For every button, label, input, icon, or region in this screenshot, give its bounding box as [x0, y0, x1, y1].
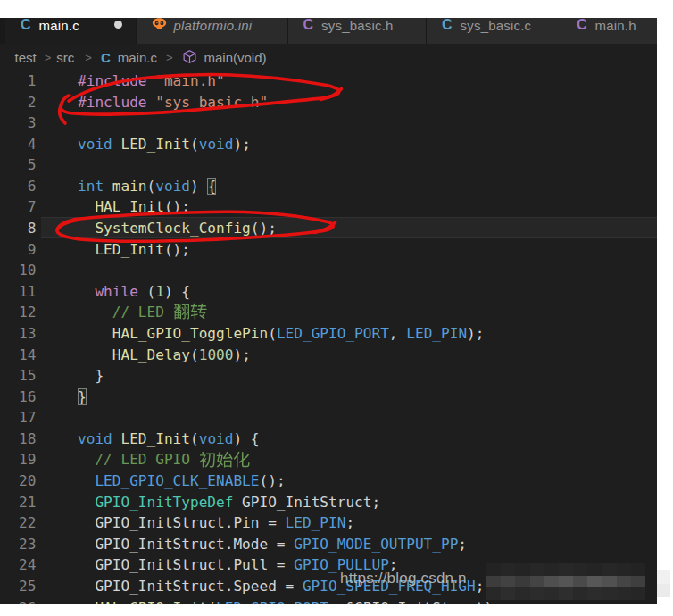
code-line-9[interactable]: 9 LED_Init();	[0, 239, 657, 261]
code-text: HAL_Init();	[78, 196, 190, 218]
breadcrumb: test > src > C main.c > main(void)	[0, 44, 657, 69]
code-token: GPIO_InitStruct.Pin =	[78, 514, 286, 531]
code-line-5[interactable]: 5	[0, 154, 657, 176]
line-number[interactable]: 13	[0, 323, 37, 345]
code-line-20[interactable]: 20 LED_GPIO_CLK_ENABLE();	[0, 470, 657, 492]
line-number[interactable]: 4	[0, 134, 37, 155]
line-number[interactable]: 10	[0, 260, 37, 281]
line-number[interactable]: 19	[0, 449, 37, 470]
code-line-11[interactable]: 11 while (1) {	[0, 281, 657, 303]
code-line-17[interactable]: 17	[0, 407, 657, 429]
code-line-23[interactable]: 23 GPIO_InitStruct.Mode = GPIO_MODE_OUTP…	[0, 534, 657, 555]
tab-main-c[interactable]: C main.c	[5, 18, 136, 44]
code-token: HAL_Init	[95, 198, 164, 215]
code-line-4[interactable]: 4void LED_Init(void);	[0, 134, 657, 155]
line-number[interactable]: 24	[0, 554, 37, 576]
code-line-2[interactable]: 2#include "sys_basic.h"	[0, 92, 657, 113]
watermark-mosaic-row	[486, 587, 645, 600]
code-token	[78, 325, 112, 342]
code-line-1[interactable]: 1#include "main.h"	[0, 71, 657, 92]
mosaic-block	[486, 587, 501, 600]
line-number[interactable]: 25	[0, 576, 37, 597]
line-number[interactable]: 20	[0, 470, 37, 492]
line-number[interactable]: 18	[0, 429, 37, 450]
code-token: GPIO_InitStruct.Speed =	[78, 578, 303, 595]
vscode-window: C main.c platformio.ini C sys_basic.h C …	[0, 18, 657, 604]
code-text: while (1) {	[78, 281, 190, 303]
code-line-3[interactable]: 3	[0, 112, 657, 134]
breadcrumb-symbol-main-void[interactable]: main(void)	[204, 50, 267, 65]
breadcrumb-folder-test[interactable]: test	[15, 50, 37, 65]
c-file-icon: C	[442, 18, 453, 32]
line-number[interactable]: 23	[0, 534, 37, 555]
watermark-mosaic-row	[486, 576, 645, 588]
mosaic-block	[587, 563, 602, 576]
code-token	[78, 599, 95, 604]
code-token: GPIO_InitStruct.Pull =	[78, 556, 294, 573]
code-line-7[interactable]: 7 HAL_Init();	[0, 196, 657, 218]
code-token: #include	[78, 94, 147, 111]
line-number[interactable]: 6	[0, 176, 37, 197]
code-line-14[interactable]: 14 HAL_Delay(1000);	[0, 345, 657, 366]
line-number[interactable]: 16	[0, 387, 37, 408]
tab-platformio-ini[interactable]: platformio.ini	[137, 18, 287, 44]
code-line-15[interactable]: 15 }	[0, 365, 657, 387]
breadcrumb-file-main-c[interactable]: main.c	[118, 50, 157, 65]
code-text: HAL_GPIO_TogglePin(LED_GPIO_PORT, LED_PI…	[78, 323, 484, 345]
code-token: main	[112, 178, 147, 195]
code-text: HAL_GPIO_Init(LED_GPIO_PORT, &GPIO_InitS…	[78, 597, 502, 604]
line-number[interactable]: 3	[0, 112, 37, 134]
line-number[interactable]: 11	[0, 281, 37, 303]
line-number[interactable]: 12	[0, 302, 37, 323]
line-number[interactable]: 14	[0, 345, 37, 366]
code-line-13[interactable]: 13 HAL_GPIO_TogglePin(LED_GPIO_PORT, LED…	[0, 323, 657, 345]
code-token: void	[78, 430, 112, 447]
code-line-6[interactable]: 6int main(void) {	[0, 176, 657, 197]
line-number[interactable]: 7	[0, 196, 37, 218]
tab-sys_basic-h[interactable]: C sys_basic.h	[288, 18, 427, 44]
code-text: LED_GPIO_CLK_ENABLE();	[78, 470, 286, 492]
line-number[interactable]: 26	[0, 597, 37, 604]
line-number[interactable]: 21	[0, 492, 37, 513]
code-token: (	[207, 599, 216, 604]
line-number[interactable]: 15	[0, 365, 37, 387]
code-token: );	[467, 325, 484, 342]
code-text: HAL_Delay(1000);	[78, 345, 251, 366]
line-number[interactable]: 17	[0, 407, 37, 429]
code-line-12[interactable]: 12 // LED	[0, 302, 657, 323]
line-number[interactable]: 22	[0, 512, 37, 534]
code-text: int main(void) {	[78, 176, 216, 197]
mosaic-block	[515, 587, 529, 600]
tab-label: platformio.ini	[174, 18, 253, 33]
tab-sys_basic-c[interactable]: C sys_basic.c	[427, 18, 561, 44]
code-token: LED_GPIO_PORT	[216, 599, 328, 604]
code-token: ();	[164, 198, 190, 215]
code-line-10[interactable]: 10	[0, 260, 657, 281]
line-number[interactable]: 1	[0, 71, 37, 92]
code-token: LED_PIN	[406, 325, 467, 342]
code-token: // LED GPIO	[95, 451, 250, 468]
code-line-16[interactable]: 16}	[0, 387, 657, 408]
line-number[interactable]: 8	[0, 218, 37, 239]
code-line-22[interactable]: 22 GPIO_InitStruct.Pin = LED_PIN;	[0, 512, 657, 534]
code-token: void	[199, 136, 234, 153]
tab-main-h[interactable]: C main.h	[561, 18, 657, 44]
line-number[interactable]: 9	[0, 239, 37, 261]
code-line-19[interactable]: 19 // LED GPIO	[0, 449, 657, 470]
code-line-8[interactable]: 8 SystemClock_Config();	[0, 218, 657, 239]
mosaic-block	[617, 587, 631, 600]
cjk-char	[216, 451, 233, 468]
mosaic-block	[587, 576, 602, 588]
code-editor[interactable]: 1#include "main.h"2#include "sys_basic.h…	[0, 68, 657, 604]
code-text: GPIO_InitStruct.Pin = LED_PIN;	[78, 512, 354, 534]
breadcrumb-folder-src[interactable]: src	[56, 50, 74, 65]
line-number[interactable]: 2	[0, 92, 37, 113]
line-number[interactable]: 5	[0, 154, 37, 176]
modified-dot-close-button[interactable]	[114, 21, 122, 29]
code-token: ();	[164, 241, 190, 258]
breadcrumb-separator: >	[166, 51, 173, 64]
code-line-21[interactable]: 21 GPIO_InitTypeDef GPIO_InitStruct;	[0, 492, 657, 513]
mosaic-block	[631, 563, 645, 576]
code-text: }	[78, 387, 87, 408]
code-line-18[interactable]: 18void LED_Init(void) {	[0, 429, 657, 450]
